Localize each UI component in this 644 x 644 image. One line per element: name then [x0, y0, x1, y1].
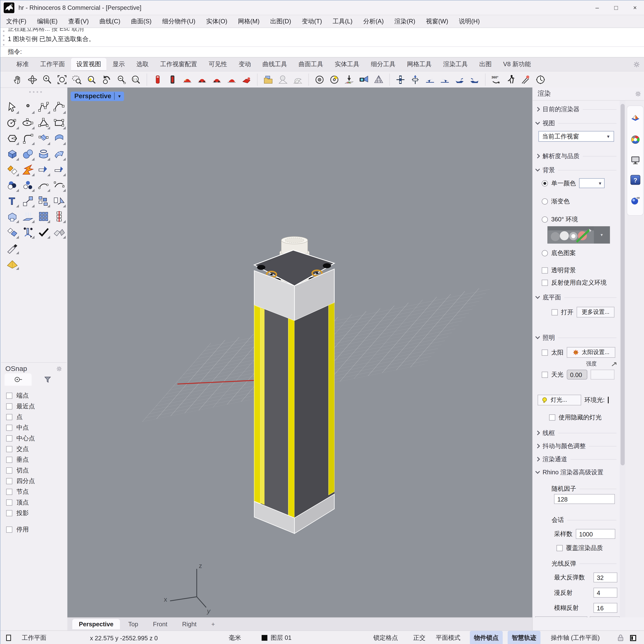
swept-surface-tool-icon[interactable]: [51, 131, 67, 146]
toolbox-grip[interactable]: [29, 91, 42, 93]
seed-field[interactable]: 128: [554, 494, 615, 504]
viewport-title-dropdown[interactable]: Perspective▼: [71, 92, 124, 101]
zoom-dynamic-icon[interactable]: [41, 73, 54, 86]
blend-surface-tool-icon[interactable]: [51, 224, 67, 240]
trim-tool-icon[interactable]: [36, 162, 51, 177]
panel-tab-materials-icon[interactable]: [629, 133, 642, 146]
view-frustum-icon[interactable]: [372, 73, 385, 86]
toggle-planar[interactable]: 平面模式: [432, 631, 464, 644]
view-history-icon[interactable]: [534, 73, 547, 86]
control-polygon-tool-icon[interactable]: [5, 131, 20, 146]
patch-surface-tool-icon[interactable]: [51, 146, 67, 162]
viewport-canvas[interactable]: z x y Perspective▼: [67, 87, 532, 617]
lights-button[interactable]: 灯光...: [538, 395, 581, 405]
zoom-window-icon[interactable]: [55, 73, 69, 86]
sun-checkbox[interactable]: [542, 349, 548, 355]
menu-curve[interactable]: 曲线(C): [99, 17, 120, 25]
copy-tool-icon[interactable]: [36, 193, 51, 209]
ground-plane-on-checkbox[interactable]: [552, 309, 558, 315]
panel-tab-render-icon[interactable]: [629, 111, 642, 124]
pyramid-tool-icon[interactable]: [5, 256, 20, 271]
blurry-field[interactable]: 16: [593, 603, 617, 613]
skylight-checkbox[interactable]: [542, 371, 548, 378]
menu-panels[interactable]: 视窗(W): [426, 17, 448, 25]
ghosted-view-icon[interactable]: [291, 73, 304, 86]
set-view-perspective-icon[interactable]: [240, 73, 253, 86]
osnap-perpendicular[interactable]: 垂点: [6, 455, 29, 464]
set-view-back-icon[interactable]: [195, 73, 209, 86]
section-wireframe[interactable]: 线框: [536, 428, 620, 438]
fillet-edge-tool-icon[interactable]: [5, 224, 20, 240]
panel-scrollbar-thumb[interactable]: [621, 104, 625, 465]
cplane-rotate-icon[interactable]: [328, 73, 341, 86]
walk-mode-icon[interactable]: [504, 73, 518, 86]
shade-sphere-icon[interactable]: [276, 73, 290, 86]
bg-color-swatch[interactable]: ▼: [579, 178, 605, 188]
section-view[interactable]: 视图: [536, 118, 620, 128]
sun-settings-button[interactable]: 太阳设置...: [567, 347, 615, 358]
panel-tab-environment-icon[interactable]: [629, 194, 642, 207]
filter-panel-icon[interactable]: [630, 631, 637, 644]
toggle-gumball[interactable]: 操作轴 (工作平面): [547, 631, 604, 644]
osnap-intersection[interactable]: 交点: [6, 444, 29, 454]
named-views-icon[interactable]: [262, 73, 275, 86]
tab-surface-tools[interactable]: 曲面工具: [293, 58, 328, 71]
maximize-button[interactable]: □: [607, 1, 625, 15]
camera-view-icon[interactable]: [357, 73, 370, 86]
polyline-tool-icon[interactable]: [36, 99, 51, 115]
vptab-perspective[interactable]: Perspective: [72, 619, 120, 629]
menu-surface[interactable]: 曲面(S): [131, 17, 152, 25]
menu-solid[interactable]: 实体(O): [206, 17, 227, 25]
ellipse-tool-icon[interactable]: [20, 115, 36, 131]
rectangle-tool-icon[interactable]: [51, 115, 67, 131]
section-dithering[interactable]: 抖动与颜色调整: [536, 441, 620, 451]
vptab-front[interactable]: Front: [146, 619, 174, 629]
toggle-osnap[interactable]: 物件锁点: [470, 631, 503, 644]
osnap-disable[interactable]: 停用: [6, 525, 29, 534]
osnap-project[interactable]: 投影: [6, 508, 29, 518]
zoom-selected-icon[interactable]: [70, 73, 83, 86]
group-tool-icon[interactable]: [5, 162, 20, 177]
tab-curve-tools[interactable]: 曲线工具: [257, 58, 292, 71]
plane-through-icon[interactable]: [423, 73, 437, 86]
menu-tools[interactable]: 工具(L): [333, 17, 352, 25]
zoom-target-icon[interactable]: [85, 73, 98, 86]
cplane-indicator[interactable]: 工作平面: [22, 631, 46, 644]
panel-tab-help-icon[interactable]: ?: [629, 174, 642, 186]
tab-solid-tools[interactable]: 实体工具: [329, 58, 365, 71]
rotate-view-icon[interactable]: [26, 73, 39, 86]
gumball-axis-icon[interactable]: [394, 73, 407, 86]
menu-file[interactable]: 文件(F): [6, 17, 26, 25]
render-button[interactable]: 渲染: [590, 616, 620, 617]
vptab-top[interactable]: Top: [122, 619, 145, 629]
set-cplane-icon[interactable]: [343, 73, 356, 86]
move-tool-icon[interactable]: [20, 193, 36, 209]
boolean-difference-tool-icon[interactable]: [20, 177, 36, 193]
samples-field[interactable]: 1000: [576, 529, 615, 539]
menu-render[interactable]: 渲染(R): [394, 17, 415, 25]
override-quality-checkbox[interactable]: 覆盖渲染品质: [557, 543, 620, 553]
render-panel-gear-icon[interactable]: [635, 90, 641, 97]
circle-tool-icon[interactable]: [5, 115, 20, 131]
boolean-union-tool-icon[interactable]: [5, 177, 20, 193]
bg-single-color-radio[interactable]: 单一颜色▼: [542, 178, 620, 189]
split-tool-icon[interactable]: [51, 162, 67, 177]
environment-thumbnail[interactable]: ▼: [548, 226, 610, 244]
reset-defaults-button[interactable]: 00 重置为默认值: [535, 616, 587, 617]
tab-v8-features[interactable]: V8 新功能: [498, 58, 536, 71]
curve-tool-icon[interactable]: [51, 99, 67, 115]
blend-curve-tool-icon[interactable]: [51, 177, 67, 193]
toggle-smarttrack[interactable]: 智慧轨迹: [508, 631, 540, 644]
text-tool-icon[interactable]: T: [5, 193, 20, 209]
check-tool-icon[interactable]: [36, 224, 51, 240]
skylight-intensity-field[interactable]: 0.00: [567, 370, 587, 379]
orient-tool-icon[interactable]: [20, 224, 36, 240]
tab-standard[interactable]: 标准: [11, 58, 34, 71]
extrude-surface-tool-icon[interactable]: [20, 209, 36, 224]
osnap-point[interactable]: 点: [6, 412, 23, 422]
units-indicator[interactable]: 毫米: [229, 631, 241, 644]
arc-tool-icon[interactable]: [36, 177, 51, 193]
close-button[interactable]: ×: [625, 1, 644, 15]
section-current-renderer[interactable]: 目前的渲染器: [536, 104, 620, 114]
osnap-center[interactable]: 中心点: [6, 433, 35, 443]
